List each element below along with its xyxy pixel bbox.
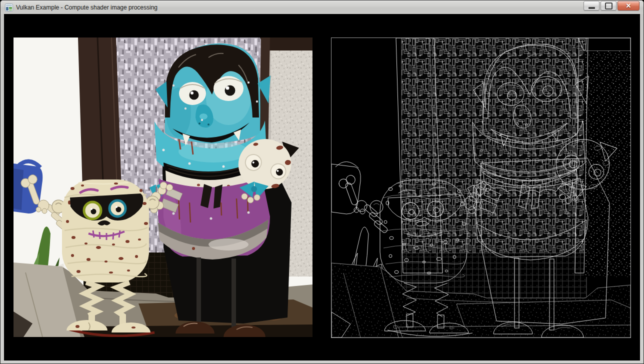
background — [396, 38, 630, 300]
window-title: Vulkan Example - Compute shader image pr… — [16, 4, 158, 11]
edge-detected-output — [332, 38, 630, 338]
maximize-button[interactable] — [600, 1, 616, 10]
silver-woven-wall — [402, 38, 586, 273]
photo-scene — [14, 38, 312, 337]
source-image-panel — [14, 38, 312, 337]
right-leg — [232, 258, 236, 330]
close-button[interactable]: ✕ — [618, 1, 640, 10]
minimize-button[interactable] — [584, 1, 600, 10]
photo-scene — [332, 38, 630, 338]
left-leg — [196, 258, 201, 328]
stucco-wall — [584, 51, 630, 277]
source-photo — [14, 38, 312, 337]
client-area — [4, 14, 640, 360]
app-icon[interactable] — [5, 4, 13, 12]
minimize-icon — [588, 7, 595, 9]
app-window: Vulkan Example - Compute shader image pr… — [0, 0, 644, 364]
processed-image-panel — [331, 38, 631, 338]
close-icon: ✕ — [626, 2, 632, 10]
door-mat — [456, 300, 630, 329]
maximize-icon — [605, 2, 612, 10]
titlebar[interactable]: Vulkan Example - Compute shader image pr… — [0, 0, 644, 14]
window-controls: ✕ — [584, 1, 640, 10]
window-frame — [0, 14, 644, 364]
